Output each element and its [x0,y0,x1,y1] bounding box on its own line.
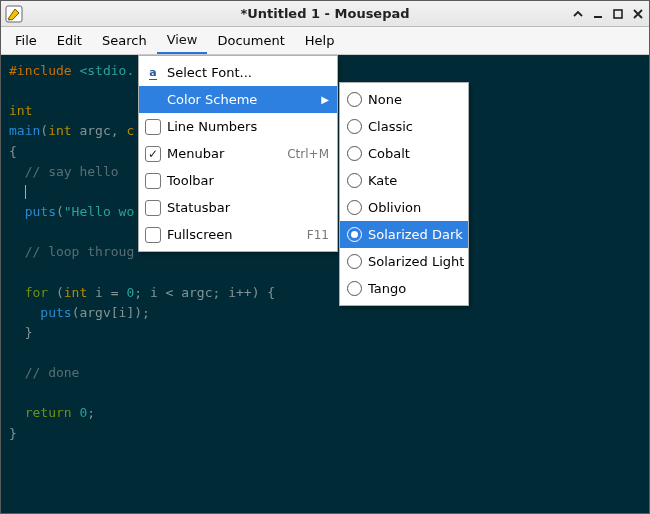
radio-icon [347,119,362,134]
color-scheme-submenu: None Classic Cobalt Kate Oblivion Solari… [339,82,469,306]
menu-toolbar[interactable]: Toolbar [139,167,337,194]
text-caret [25,185,26,199]
maximize-icon[interactable] [611,7,625,21]
view-dropdown: a Select Font... Color Scheme ▶ Line Num… [138,55,338,252]
menu-menubar[interactable]: Menubar Ctrl+M [139,140,337,167]
menu-color-scheme[interactable]: Color Scheme ▶ [139,86,337,113]
menu-search[interactable]: Search [92,27,157,54]
scheme-classic[interactable]: Classic [340,113,468,140]
svg-rect-1 [594,16,602,18]
chevron-right-icon: ▶ [321,94,329,105]
menu-fullscreen[interactable]: Fullscreen F11 [139,221,337,248]
close-icon[interactable] [631,7,645,21]
radio-icon [347,254,362,269]
menu-edit[interactable]: Edit [47,27,92,54]
scheme-solarized-light[interactable]: Solarized Light [340,248,468,275]
checkbox-checked-icon [145,146,161,162]
checkbox-unchecked-icon [145,227,161,243]
checkbox-unchecked-icon [145,119,161,135]
window-controls [571,7,645,21]
radio-checked-icon [347,227,362,242]
app-icon [5,5,23,23]
menu-help[interactable]: Help [295,27,345,54]
window-title: *Untitled 1 - Mousepad [240,6,409,21]
menu-select-font[interactable]: a Select Font... [139,59,337,86]
rollup-icon[interactable] [571,7,585,21]
font-icon: a [149,66,156,80]
radio-icon [347,146,362,161]
menu-file[interactable]: File [5,27,47,54]
scheme-none[interactable]: None [340,86,468,113]
radio-icon [347,92,362,107]
menu-view[interactable]: View [157,27,208,54]
radio-icon [347,173,362,188]
menubar: File Edit Search View Document Help [1,27,649,55]
menu-line-numbers[interactable]: Line Numbers [139,113,337,140]
radio-icon [347,200,362,215]
scheme-solarized-dark[interactable]: Solarized Dark [340,221,468,248]
scheme-oblivion[interactable]: Oblivion [340,194,468,221]
minimize-icon[interactable] [591,7,605,21]
checkbox-unchecked-icon [145,173,161,189]
checkbox-unchecked-icon [145,200,161,216]
radio-icon [347,281,362,296]
svg-rect-2 [614,10,622,18]
scheme-kate[interactable]: Kate [340,167,468,194]
menu-statusbar[interactable]: Statusbar [139,194,337,221]
scheme-cobalt[interactable]: Cobalt [340,140,468,167]
menu-document[interactable]: Document [207,27,294,54]
titlebar[interactable]: *Untitled 1 - Mousepad [1,1,649,27]
scheme-tango[interactable]: Tango [340,275,468,302]
